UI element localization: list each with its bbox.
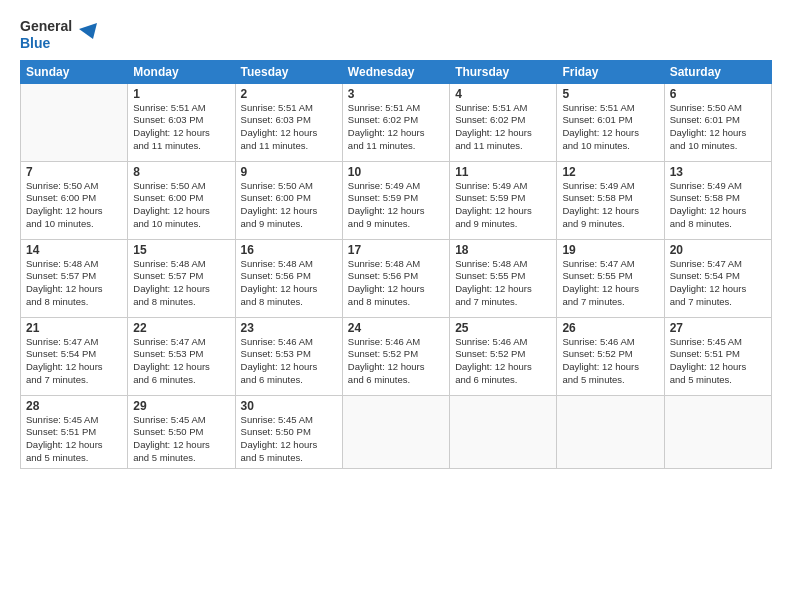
day-info: Sunrise: 5:46 AMSunset: 5:52 PMDaylight:… (455, 336, 551, 387)
day-number: 9 (241, 165, 337, 179)
day-info: Sunrise: 5:46 AMSunset: 5:53 PMDaylight:… (241, 336, 337, 387)
day-info: Sunrise: 5:51 AMSunset: 6:03 PMDaylight:… (241, 102, 337, 153)
day-info: Sunrise: 5:50 AMSunset: 6:01 PMDaylight:… (670, 102, 766, 153)
day-info: Sunrise: 5:48 AMSunset: 5:56 PMDaylight:… (241, 258, 337, 309)
day-info: Sunrise: 5:51 AMSunset: 6:02 PMDaylight:… (348, 102, 444, 153)
day-info: Sunrise: 5:45 AMSunset: 5:51 PMDaylight:… (670, 336, 766, 387)
logo: General Blue (20, 18, 97, 52)
day-info: Sunrise: 5:51 AMSunset: 6:01 PMDaylight:… (562, 102, 658, 153)
weekday-header-saturday: Saturday (664, 60, 771, 83)
day-info: Sunrise: 5:49 AMSunset: 5:58 PMDaylight:… (562, 180, 658, 231)
day-number: 30 (241, 399, 337, 413)
day-info: Sunrise: 5:51 AMSunset: 6:03 PMDaylight:… (133, 102, 229, 153)
calendar-cell: 22Sunrise: 5:47 AMSunset: 5:53 PMDayligh… (128, 317, 235, 395)
calendar-cell: 1Sunrise: 5:51 AMSunset: 6:03 PMDaylight… (128, 83, 235, 161)
day-number: 24 (348, 321, 444, 335)
calendar-cell (21, 83, 128, 161)
day-info: Sunrise: 5:47 AMSunset: 5:54 PMDaylight:… (670, 258, 766, 309)
calendar-cell: 5Sunrise: 5:51 AMSunset: 6:01 PMDaylight… (557, 83, 664, 161)
calendar-cell: 14Sunrise: 5:48 AMSunset: 5:57 PMDayligh… (21, 239, 128, 317)
calendar-cell: 13Sunrise: 5:49 AMSunset: 5:58 PMDayligh… (664, 161, 771, 239)
calendar-cell: 25Sunrise: 5:46 AMSunset: 5:52 PMDayligh… (450, 317, 557, 395)
day-info: Sunrise: 5:48 AMSunset: 5:57 PMDaylight:… (26, 258, 122, 309)
day-info: Sunrise: 5:48 AMSunset: 5:57 PMDaylight:… (133, 258, 229, 309)
svg-marker-0 (79, 23, 97, 39)
calendar-cell: 11Sunrise: 5:49 AMSunset: 5:59 PMDayligh… (450, 161, 557, 239)
day-number: 18 (455, 243, 551, 257)
weekday-header-tuesday: Tuesday (235, 60, 342, 83)
calendar-table: SundayMondayTuesdayWednesdayThursdayFrid… (20, 60, 772, 469)
logo-line1: General (20, 18, 72, 35)
day-number: 26 (562, 321, 658, 335)
calendar-cell: 2Sunrise: 5:51 AMSunset: 6:03 PMDaylight… (235, 83, 342, 161)
day-info: Sunrise: 5:51 AMSunset: 6:02 PMDaylight:… (455, 102, 551, 153)
day-number: 6 (670, 87, 766, 101)
day-number: 16 (241, 243, 337, 257)
day-number: 5 (562, 87, 658, 101)
calendar-cell: 3Sunrise: 5:51 AMSunset: 6:02 PMDaylight… (342, 83, 449, 161)
calendar-cell: 21Sunrise: 5:47 AMSunset: 5:54 PMDayligh… (21, 317, 128, 395)
day-info: Sunrise: 5:46 AMSunset: 5:52 PMDaylight:… (562, 336, 658, 387)
day-info: Sunrise: 5:49 AMSunset: 5:59 PMDaylight:… (455, 180, 551, 231)
day-number: 23 (241, 321, 337, 335)
weekday-header-wednesday: Wednesday (342, 60, 449, 83)
calendar-cell: 4Sunrise: 5:51 AMSunset: 6:02 PMDaylight… (450, 83, 557, 161)
calendar-cell: 26Sunrise: 5:46 AMSunset: 5:52 PMDayligh… (557, 317, 664, 395)
day-number: 27 (670, 321, 766, 335)
page-header: General Blue (20, 18, 772, 52)
day-number: 2 (241, 87, 337, 101)
calendar-cell: 23Sunrise: 5:46 AMSunset: 5:53 PMDayligh… (235, 317, 342, 395)
day-info: Sunrise: 5:50 AMSunset: 6:00 PMDaylight:… (26, 180, 122, 231)
day-info: Sunrise: 5:48 AMSunset: 5:56 PMDaylight:… (348, 258, 444, 309)
day-number: 8 (133, 165, 229, 179)
day-info: Sunrise: 5:45 AMSunset: 5:50 PMDaylight:… (133, 414, 229, 465)
day-number: 1 (133, 87, 229, 101)
day-info: Sunrise: 5:50 AMSunset: 6:00 PMDaylight:… (133, 180, 229, 231)
logo-line2: Blue (20, 35, 72, 52)
calendar-cell: 6Sunrise: 5:50 AMSunset: 6:01 PMDaylight… (664, 83, 771, 161)
logo-bird-icon (75, 21, 97, 49)
calendar-cell: 15Sunrise: 5:48 AMSunset: 5:57 PMDayligh… (128, 239, 235, 317)
day-number: 14 (26, 243, 122, 257)
day-number: 19 (562, 243, 658, 257)
day-number: 15 (133, 243, 229, 257)
calendar-cell: 29Sunrise: 5:45 AMSunset: 5:50 PMDayligh… (128, 395, 235, 468)
calendar-cell: 12Sunrise: 5:49 AMSunset: 5:58 PMDayligh… (557, 161, 664, 239)
day-number: 7 (26, 165, 122, 179)
day-number: 3 (348, 87, 444, 101)
day-number: 17 (348, 243, 444, 257)
calendar-cell (450, 395, 557, 468)
calendar-header-row: SundayMondayTuesdayWednesdayThursdayFrid… (21, 60, 772, 83)
day-number: 29 (133, 399, 229, 413)
day-info: Sunrise: 5:46 AMSunset: 5:52 PMDaylight:… (348, 336, 444, 387)
day-number: 25 (455, 321, 551, 335)
day-info: Sunrise: 5:48 AMSunset: 5:55 PMDaylight:… (455, 258, 551, 309)
calendar-cell: 28Sunrise: 5:45 AMSunset: 5:51 PMDayligh… (21, 395, 128, 468)
day-number: 11 (455, 165, 551, 179)
day-info: Sunrise: 5:45 AMSunset: 5:50 PMDaylight:… (241, 414, 337, 465)
day-number: 21 (26, 321, 122, 335)
calendar-cell: 27Sunrise: 5:45 AMSunset: 5:51 PMDayligh… (664, 317, 771, 395)
calendar-cell (557, 395, 664, 468)
day-info: Sunrise: 5:47 AMSunset: 5:53 PMDaylight:… (133, 336, 229, 387)
day-number: 10 (348, 165, 444, 179)
weekday-header-thursday: Thursday (450, 60, 557, 83)
calendar-cell: 10Sunrise: 5:49 AMSunset: 5:59 PMDayligh… (342, 161, 449, 239)
day-number: 20 (670, 243, 766, 257)
calendar-cell: 7Sunrise: 5:50 AMSunset: 6:00 PMDaylight… (21, 161, 128, 239)
day-info: Sunrise: 5:45 AMSunset: 5:51 PMDaylight:… (26, 414, 122, 465)
calendar-cell: 19Sunrise: 5:47 AMSunset: 5:55 PMDayligh… (557, 239, 664, 317)
day-info: Sunrise: 5:49 AMSunset: 5:58 PMDaylight:… (670, 180, 766, 231)
calendar-cell: 17Sunrise: 5:48 AMSunset: 5:56 PMDayligh… (342, 239, 449, 317)
calendar-cell: 16Sunrise: 5:48 AMSunset: 5:56 PMDayligh… (235, 239, 342, 317)
calendar-cell: 24Sunrise: 5:46 AMSunset: 5:52 PMDayligh… (342, 317, 449, 395)
calendar-cell (342, 395, 449, 468)
calendar-cell: 8Sunrise: 5:50 AMSunset: 6:00 PMDaylight… (128, 161, 235, 239)
day-number: 28 (26, 399, 122, 413)
calendar-week-3: 14Sunrise: 5:48 AMSunset: 5:57 PMDayligh… (21, 239, 772, 317)
weekday-header-friday: Friday (557, 60, 664, 83)
weekday-header-sunday: Sunday (21, 60, 128, 83)
day-info: Sunrise: 5:47 AMSunset: 5:55 PMDaylight:… (562, 258, 658, 309)
calendar-cell: 20Sunrise: 5:47 AMSunset: 5:54 PMDayligh… (664, 239, 771, 317)
day-info: Sunrise: 5:49 AMSunset: 5:59 PMDaylight:… (348, 180, 444, 231)
